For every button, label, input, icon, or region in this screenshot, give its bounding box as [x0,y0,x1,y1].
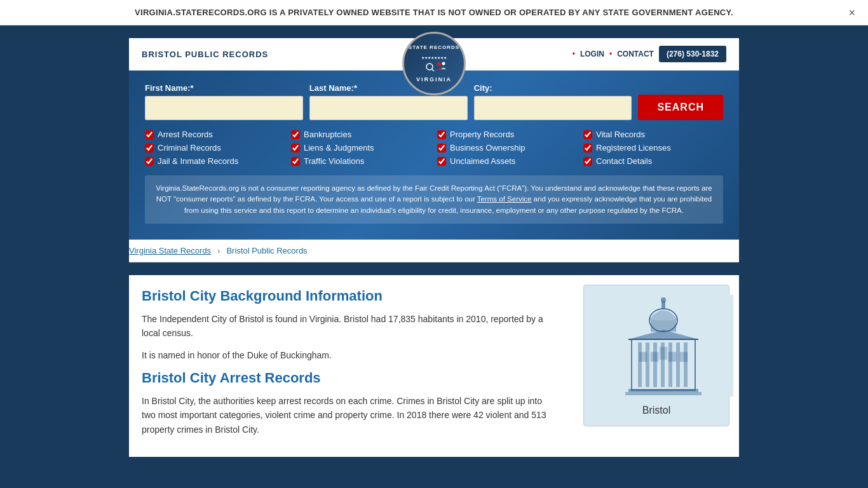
checkbox-item: Traffic Violations [291,156,431,166]
checkbox-label: Arrest Records [158,130,213,139]
checkbox-grid: Arrest RecordsBankruptciesProperty Recor… [145,130,723,166]
checkbox-item: Unclaimed Assets [437,156,577,166]
site-logo: STATE RECORDS ★★★★★★★★ [402,32,466,95]
checkbox-label: Unclaimed Assets [450,156,515,166]
logo-top-text: STATE RECORDS [409,44,459,50]
header-card: BRISTOL PUBLIC RECORDS STATE RECORDS ★★★… [129,38,739,240]
logo-icons: ★★★★★★★★ [418,53,450,75]
disclaimer-box: Virginia.StateRecords.org is not a consu… [145,175,723,224]
checkbox-business-ownership[interactable] [437,144,446,152]
checkbox-item: Bankruptcies [291,130,431,139]
bullet-2: • [609,50,612,58]
first-name-group: First Name:* [145,83,303,120]
svg-rect-13 [684,342,688,387]
city-card: Bristol [583,285,729,426]
checkbox-item: Property Records [437,130,577,139]
svg-rect-15 [625,392,702,395]
svg-point-1 [426,64,433,70]
svg-rect-22 [639,352,647,362]
header-top: BRISTOL PUBLIC RECORDS STATE RECORDS ★★★… [129,38,739,71]
checkbox-label: Business Ownership [450,143,526,152]
checkbox-label: Bankruptcies [304,130,351,139]
svg-point-21 [661,297,666,302]
checkbox-contact-details[interactable] [583,157,592,166]
svg-rect-8 [646,342,649,387]
bg-paragraph-1: The Independent City of Bristol is found… [142,312,548,341]
svg-point-4 [442,62,445,65]
checkbox-item: Business Ownership [437,143,577,152]
phone-button[interactable]: (276) 530-1832 [659,46,726,62]
site-title: BRISTOL PUBLIC RECORDS [142,50,268,59]
checkbox-label: Liens & Judgments [304,143,374,152]
svg-rect-9 [653,342,657,387]
city-group: City: [474,83,632,120]
tos-link[interactable]: Terms of Service [477,195,532,203]
content-wrapper: Bristol City Background Information The … [129,275,739,457]
svg-rect-25 [668,352,676,362]
city-label: City: [474,83,632,93]
checkbox-jail-&-inmate-records[interactable] [145,157,154,166]
first-name-input[interactable] [145,96,303,120]
svg-point-3 [437,62,441,66]
checkbox-bankruptcies[interactable] [291,130,300,139]
checkbox-item: Contact Details [583,156,723,166]
header-nav: • LOGIN • CONTACT (276) 530-1832 [573,46,726,62]
banner-text: VIRGINIA.STATERECORDS.ORG IS A PRIVATELY… [13,8,855,17]
breadcrumb-current: Bristol Public Records [226,246,307,255]
content-main: Bristol City Background Information The … [129,275,561,457]
checkbox-label: Registered Licenses [596,143,671,152]
close-banner-button[interactable]: × [848,6,855,19]
notice-banner: VIRGINIA.STATERECORDS.ORG IS A PRIVATELY… [0,0,868,25]
checkbox-label: Contact Details [596,156,652,166]
checkbox-arrest-records[interactable] [145,130,154,139]
checkbox-registered-licenses[interactable] [583,144,592,152]
bg-paragraph-2: It is named in honor of the Duke of Buck… [142,348,548,362]
search-button[interactable]: SEARCH [638,95,723,120]
city-label: Bristol [593,405,719,416]
arrest-section-title: Bristol City Arrest Records [142,370,548,386]
svg-rect-24 [660,347,667,360]
checkbox-label: Traffic Violations [304,156,364,166]
svg-rect-14 [628,389,698,392]
svg-text:★★★★★★★★: ★★★★★★★★ [421,56,447,60]
disclaimer-text: Virginia.StateRecords.org is not a consu… [154,183,714,216]
svg-rect-12 [676,342,680,387]
first-name-label: First Name:* [145,83,303,93]
city-sidebar: Bristol [574,275,739,457]
city-input[interactable] [474,96,632,120]
arrest-paragraph: In Bristol City, the authorities keep ar… [142,394,548,437]
contact-link[interactable]: CONTACT [617,50,654,58]
breadcrumb-parent[interactable]: Virginia State Records [129,246,211,255]
checkbox-vital-records[interactable] [583,130,592,139]
checkbox-property-records[interactable] [437,130,446,139]
bg-section-title: Bristol City Background Information [142,288,548,304]
svg-rect-7 [638,342,642,387]
logo-container: STATE RECORDS ★★★★★★★★ [402,32,466,95]
checkbox-criminal-records[interactable] [145,144,154,152]
checkbox-item: Registered Licenses [583,143,723,152]
svg-rect-18 [651,320,676,332]
checkbox-item: Jail & Inmate Records [145,156,285,166]
logo-state-text: VIRGINIA [416,76,452,83]
breadcrumb-separator: › [217,246,220,255]
bullet-1: • [573,50,575,58]
checkbox-label: Property Records [450,130,514,139]
checkbox-label: Vital Records [596,130,645,139]
login-link[interactable]: LOGIN [580,50,604,58]
breadcrumb-divider [129,262,739,262]
checkbox-item: Vital Records [583,130,723,139]
checkbox-item: Arrest Records [145,130,285,139]
checkbox-traffic-violations[interactable] [291,157,300,166]
last-name-input[interactable] [309,96,468,120]
checkbox-label: Jail & Inmate Records [158,156,238,166]
svg-rect-26 [680,352,688,362]
checkbox-label: Criminal Records [158,143,221,152]
search-area: First Name:* Last Name:* City: SEARCH Ar… [129,71,739,240]
svg-line-2 [432,69,434,71]
checkbox-liens-&-judgments[interactable] [291,144,300,152]
breadcrumb: Virginia State Records › Bristol Public … [129,240,739,262]
checkbox-unclaimed-assets[interactable] [437,157,446,166]
city-building-image [593,295,733,396]
checkbox-item: Liens & Judgments [291,143,431,152]
svg-rect-11 [668,342,672,387]
